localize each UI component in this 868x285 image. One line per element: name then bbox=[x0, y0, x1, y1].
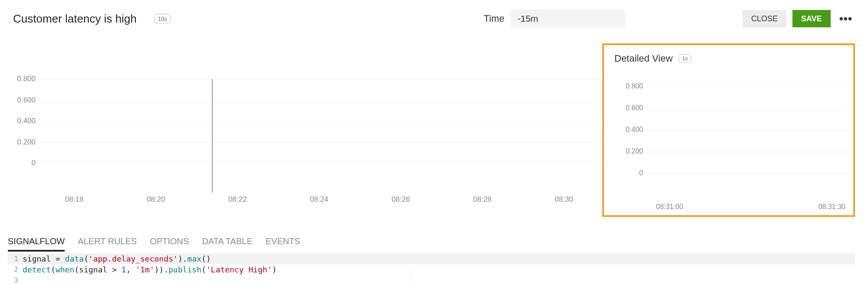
code-content[interactable]: detect(when(signal > 1, '1m')).publish('… bbox=[23, 264, 277, 275]
main-chart-xtick: 08:20 bbox=[147, 195, 165, 204]
header-bar: Customer latency is high 10s Time CLOSE … bbox=[0, 0, 868, 28]
code-line[interactable]: 1signal = data('app.delay_seconds').max(… bbox=[8, 253, 855, 264]
editor-pane-divider bbox=[411, 253, 411, 285]
detailed-view-interval-pill[interactable]: 1s bbox=[679, 54, 691, 63]
detailed-view-xaxis: 08:31:0008:31:30 bbox=[656, 203, 845, 211]
detail-chart-ytick: 0.800 bbox=[620, 82, 643, 90]
time-range-input[interactable] bbox=[511, 10, 625, 28]
detail-chart-xtick: 08:31:00 bbox=[656, 203, 683, 211]
main-chart-xtick: 08:22 bbox=[228, 195, 247, 204]
code-content[interactable]: signal = data('app.delay_seconds').max() bbox=[23, 253, 211, 264]
line-number: 1 bbox=[8, 253, 23, 264]
detail-chart-xtick: 08:31:30 bbox=[818, 203, 845, 211]
detailed-view-title: Detailed View bbox=[614, 53, 673, 64]
detailed-view-panel: Detailed View 1s 0.8000.6000.4000.2000 0… bbox=[602, 43, 855, 217]
tab-options[interactable]: OPTIONS bbox=[150, 236, 189, 252]
main-chart-gridline: 0.200 bbox=[13, 142, 608, 164]
tab-events[interactable]: EVENTS bbox=[266, 236, 300, 252]
detail-chart-gridline: 0.200 bbox=[620, 152, 843, 174]
page-title: Customer latency is high bbox=[13, 12, 137, 26]
header-actions: CLOSE SAVE ••• bbox=[743, 10, 855, 27]
time-label: Time bbox=[484, 13, 505, 24]
code-line[interactable]: 2detect(when(signal > 1, '1m')).publish(… bbox=[8, 264, 855, 275]
main-chart-gridline: 0 bbox=[13, 163, 608, 184]
detail-chart-gridline: 0.400 bbox=[620, 130, 843, 152]
tab-data-table[interactable]: DATA TABLE bbox=[202, 236, 252, 252]
chart-cursor-line bbox=[212, 79, 213, 193]
detail-chart-gridline: 0 bbox=[620, 174, 843, 195]
detail-chart-gridline: 0.800 bbox=[620, 87, 843, 108]
main-chart-xtick: 08:24 bbox=[310, 195, 329, 204]
tab-alert-rules[interactable]: ALERT RULES bbox=[78, 236, 137, 252]
more-actions-icon[interactable]: ••• bbox=[837, 12, 855, 26]
main-chart-ytick: 0.400 bbox=[13, 117, 36, 125]
signalflow-editor[interactable]: 1signal = data('app.delay_seconds').max(… bbox=[8, 253, 855, 285]
editor-tabs: SIGNALFLOWALERT RULESOPTIONSDATA TABLEEV… bbox=[8, 236, 300, 252]
detailed-view-chart[interactable]: 0.8000.6000.4000.2000 bbox=[620, 87, 843, 195]
interval-pill[interactable]: 10s bbox=[154, 14, 171, 23]
tab-signalflow[interactable]: SIGNALFLOW bbox=[8, 236, 65, 252]
main-chart-ytick: 0 bbox=[13, 159, 36, 167]
close-button[interactable]: CLOSE bbox=[743, 10, 786, 27]
main-chart-ytick: 0.200 bbox=[13, 138, 36, 147]
main-chart-gridline: 0.800 bbox=[13, 79, 608, 100]
detail-chart-gridline: 0.600 bbox=[620, 108, 843, 130]
line-number: 2 bbox=[8, 264, 23, 275]
detail-chart-ytick: 0.600 bbox=[620, 104, 643, 112]
main-chart-ytick: 0.800 bbox=[13, 75, 36, 83]
detail-chart-ytick: 0 bbox=[620, 169, 643, 177]
time-range-group: Time bbox=[484, 10, 625, 28]
detail-chart-ytick: 0.200 bbox=[620, 147, 643, 155]
line-number: 3 bbox=[8, 275, 23, 285]
main-chart-xtick: 08:30 bbox=[554, 195, 573, 204]
main-chart-xtick: 08:28 bbox=[473, 195, 492, 204]
main-chart-gridline: 0.400 bbox=[13, 121, 608, 142]
main-chart[interactable]: 0.8000.6000.4000.2000 bbox=[13, 79, 608, 184]
main-chart-xtick: 08:26 bbox=[392, 195, 410, 204]
main-chart-xaxis: 08:1808:2008:2208:2408:2608:2808:30 bbox=[39, 195, 608, 204]
detail-chart-ytick: 0.400 bbox=[620, 126, 643, 134]
main-chart-gridline: 0.600 bbox=[13, 100, 608, 121]
main-chart-ytick: 0.600 bbox=[13, 96, 36, 105]
code-line[interactable]: 3 bbox=[8, 275, 855, 285]
main-chart-xtick: 08:18 bbox=[65, 195, 84, 204]
save-button[interactable]: SAVE bbox=[792, 10, 831, 27]
